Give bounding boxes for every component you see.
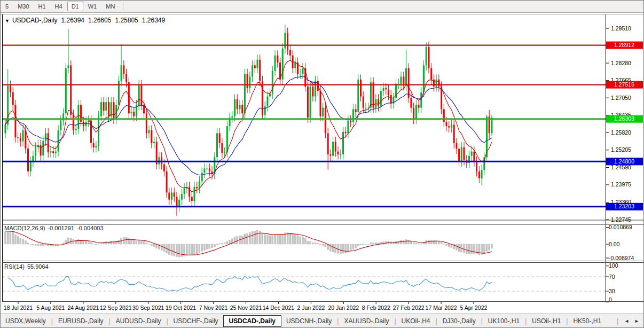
timeframe-button-5[interactable]: 5 xyxy=(1,2,13,11)
macd-histogram-bar xyxy=(347,244,349,252)
date-tick-label[interactable]: 12 Sep 2021 xyxy=(100,304,132,311)
macd-histogram-bar xyxy=(315,243,316,244)
candle-bull xyxy=(244,74,246,113)
timeframe-button-m30[interactable]: M30 xyxy=(13,2,33,11)
candle-bull xyxy=(45,133,46,140)
tabs-scroll-right-icon[interactable]: ► xyxy=(634,318,639,324)
chart-tab-xauusd[interactable]: XAUUSD-,Daily xyxy=(339,316,394,326)
date-tick-label[interactable]: 19 Oct 2021 xyxy=(166,304,196,311)
candle-bull xyxy=(199,181,200,188)
candle-bull xyxy=(138,85,140,105)
candle-bear xyxy=(350,121,351,122)
macd-histogram-bar xyxy=(143,241,145,244)
macd-histogram-bar xyxy=(284,233,286,244)
date-tick-label[interactable]: 7 Nov 2021 xyxy=(199,304,228,311)
candle-bull xyxy=(294,63,296,68)
macd-histogram-bar xyxy=(244,234,246,244)
date-tick-label[interactable]: 20 Jan 2022 xyxy=(328,304,359,311)
date-tick-label[interactable]: 27 Feb 2022 xyxy=(393,304,425,311)
chart-tab-usdcnh[interactable]: USDCNH-,Daily xyxy=(281,316,336,326)
macd-histogram-bar xyxy=(489,244,490,250)
macd-histogram-bar xyxy=(395,241,397,244)
macd-histogram-bar xyxy=(176,244,178,257)
macd-name: MACD(12,26,9) xyxy=(4,225,45,231)
date-tick-label[interactable]: 25 Nov 2021 xyxy=(230,304,262,311)
chart-tab-eurusd[interactable]: EURUSD-,Daily xyxy=(53,316,108,326)
price-tick-label: 1.22745 xyxy=(611,216,631,223)
candle-bear xyxy=(325,108,326,134)
chart-tab-usdcad[interactable]: USDCAD-,Daily xyxy=(223,315,281,327)
price-tick-label: 1.25820 xyxy=(611,129,631,136)
candle-bear xyxy=(378,99,379,106)
date-tick-label[interactable]: 14 Dec 2021 xyxy=(263,304,295,311)
price-tick-label: 1.29510 xyxy=(611,25,631,32)
macd-histogram-bar xyxy=(174,244,175,256)
tabs-scroll-left-icon[interactable]: ◄ xyxy=(624,318,629,324)
macd-histogram-bar xyxy=(20,238,21,244)
timeframe-button-h4[interactable]: H4 xyxy=(51,2,67,11)
macd-histogram-bar xyxy=(390,242,392,244)
chart-tab-usoil[interactable]: USOil-,H1 xyxy=(527,316,566,326)
macd-histogram-bar xyxy=(206,244,208,249)
macd-histogram-bar xyxy=(22,239,24,244)
candle-bear xyxy=(163,165,165,171)
candle-bull xyxy=(55,152,57,153)
candle-bear xyxy=(307,87,309,118)
date-tick-label[interactable]: 5 Aug 2021 xyxy=(36,304,65,311)
macd-histogram-bar xyxy=(209,244,210,248)
candle-bear xyxy=(478,171,480,178)
chart-tab-hk50[interactable]: HK50-,H1 xyxy=(568,316,606,326)
candle-bear xyxy=(10,85,11,92)
date-tick-label[interactable]: 8 Feb 2022 xyxy=(362,304,390,311)
macd-histogram-bar xyxy=(410,241,412,244)
macd-histogram-bar xyxy=(266,235,268,244)
macd-histogram-bar xyxy=(279,235,281,245)
candle-bull xyxy=(274,56,276,71)
date-tick-label[interactable]: 17 Mar 2022 xyxy=(426,304,457,311)
macd-histogram-bar xyxy=(458,244,460,252)
candle-bull xyxy=(100,102,102,116)
chart-tab-dj30[interactable]: DJ30-,Daily xyxy=(438,316,481,326)
chart-tab-usdx[interactable]: USDX,Weekly xyxy=(1,316,51,326)
chart-canvas[interactable]: 1.295101.282801.276651.270501.264351.258… xyxy=(1,1,644,328)
chart-tab-usdchf[interactable]: USDCHF-,Daily xyxy=(169,316,223,326)
macd-histogram-bar xyxy=(123,238,124,244)
macd-histogram-bar xyxy=(272,236,273,244)
timeframe-button-w1[interactable]: W1 xyxy=(84,2,101,11)
chart-tabs-bar: USDX,Weekly|EURUSD-,Daily|AUDUSD-,Daily|… xyxy=(1,314,643,327)
chart-tab-ukoil[interactable]: UKOil-,H4 xyxy=(397,316,435,326)
timeframe-button-h1[interactable]: H1 xyxy=(34,2,50,11)
candle-bull xyxy=(252,65,253,76)
date-tick-label[interactable]: 5 Apr 2022 xyxy=(460,304,488,311)
chart-menu-dropdown-icon[interactable]: ▼ xyxy=(5,18,10,24)
candle-bear xyxy=(259,60,261,81)
macd-histogram-bar xyxy=(471,244,473,254)
date-tick-label[interactable]: 24 Aug 2021 xyxy=(67,304,99,311)
chart-close-value: 1.26349 xyxy=(142,17,165,24)
macd-histogram-bar xyxy=(269,236,271,245)
date-tick-label[interactable]: 30 Sep 2021 xyxy=(132,304,164,311)
candle-bear xyxy=(133,112,135,116)
chart-tab-audusd[interactable]: AUDUSD-,Daily xyxy=(111,316,166,326)
candle-bear xyxy=(476,161,477,171)
timeframe-button-d1[interactable]: D1 xyxy=(67,2,83,11)
candle-bear xyxy=(83,122,84,126)
date-tick-label[interactable]: 18 Jul 2021 xyxy=(4,304,33,311)
macd-histogram-bar xyxy=(446,244,447,246)
candle-bear xyxy=(262,81,263,115)
chart-high-value: 1.26605 xyxy=(88,17,111,24)
timeframe-button-mn[interactable]: MN xyxy=(101,2,119,11)
candle-bear xyxy=(254,65,256,68)
macd-histogram-bar xyxy=(304,239,306,244)
date-tick-label[interactable]: 2 Jan 2022 xyxy=(297,304,325,311)
candle-bull xyxy=(269,93,271,96)
macd-histogram-bar xyxy=(25,241,26,244)
candle-bull xyxy=(266,97,268,107)
macd-histogram-bar xyxy=(186,244,187,255)
candle-bear xyxy=(413,108,414,119)
candle-bear xyxy=(17,137,19,138)
candle-bull xyxy=(153,142,155,143)
chart-tab-uk100[interactable]: UK100-,H1 xyxy=(483,316,524,326)
macd-histogram-bar xyxy=(111,241,112,244)
tab-separator: | xyxy=(616,317,619,325)
